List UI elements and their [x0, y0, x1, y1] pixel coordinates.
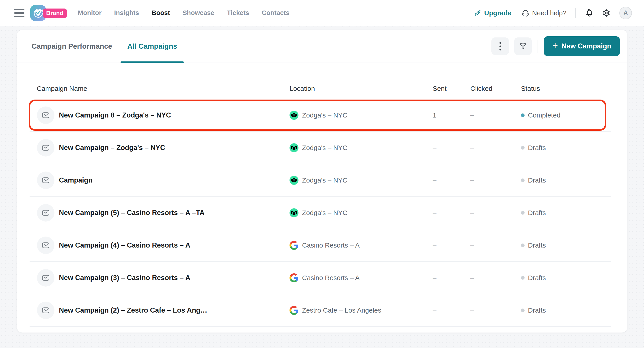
- status-dot: [521, 243, 524, 247]
- rocket-icon: [474, 9, 482, 17]
- status-label: Drafts: [528, 209, 546, 217]
- tripadvisor-icon: [290, 111, 298, 120]
- nav-item-label: Monitor: [78, 9, 102, 17]
- table-row[interactable]: New Campaign 8 – Zodga's – NYC: [30, 99, 611, 132]
- nav-item-label: Tickets: [227, 9, 249, 17]
- header-divider: [576, 8, 576, 18]
- nav-item-label: Boost: [152, 9, 170, 17]
- table-body: New Campaign 8 – Zodga's – NYC: [30, 99, 611, 327]
- sent-cell: –: [433, 176, 470, 184]
- nav-item-label: Insights: [114, 9, 139, 17]
- toolbar-divider: [538, 40, 538, 53]
- clicked-cell: –: [470, 111, 521, 119]
- platform-icon: [290, 241, 298, 250]
- table-row[interactable]: New Campaign (4) – Casino Resorts – A: [30, 229, 611, 262]
- status-cell: Drafts: [521, 209, 611, 217]
- headset-icon: [522, 9, 530, 17]
- status-dot: [521, 308, 524, 312]
- user-avatar[interactable]: A: [619, 7, 632, 19]
- filter-button[interactable]: [514, 38, 532, 55]
- new-campaign-button[interactable]: + New Campaign: [544, 36, 620, 56]
- nav-item-label: Showcase: [182, 9, 214, 17]
- status-dot: [521, 211, 524, 215]
- campaign-avatar: [37, 237, 54, 254]
- campaign-name: New Campaign 8 – Zodga's – NYC: [59, 111, 171, 119]
- status-dot: [521, 146, 524, 150]
- status-dot: [521, 114, 524, 117]
- need-help-label: Need help?: [532, 9, 566, 17]
- campaign-name-cell: New Campaign (2) – Zestro Cafe – Los Ang…: [30, 301, 290, 319]
- tab-all-campaigns[interactable]: All Campaigns: [120, 30, 184, 63]
- campaigns-table: Campaign Name Location Sent Clicked Stat…: [30, 63, 611, 327]
- new-campaign-label: New Campaign: [562, 42, 611, 50]
- platform-icon: [290, 111, 298, 120]
- status-label: Drafts: [528, 144, 546, 152]
- sent-cell: –: [433, 306, 470, 314]
- sent-cell: 1: [433, 111, 470, 119]
- more-options-button[interactable]: [492, 38, 509, 55]
- status-cell: Drafts: [521, 241, 611, 249]
- location-cell: Zestro Cafe – Los Angeles: [290, 306, 433, 315]
- campaign-name-cell: New Campaign (4) – Casino Resorts – A: [30, 237, 290, 254]
- location-label: Casino Resorts – A: [302, 274, 360, 282]
- toolbar-actions: + New Campaign: [492, 36, 620, 56]
- table-row[interactable]: New Campaign (3) – Casino Resorts – A: [30, 262, 611, 294]
- campaign-avatar: [37, 172, 54, 189]
- status-label: Drafts: [528, 241, 546, 249]
- tab-campaign-performance[interactable]: Campaign Performance: [25, 30, 119, 63]
- campaign-avatar: [37, 139, 54, 157]
- table-row[interactable]: New Campaign – Zodga's – NYC: [30, 132, 611, 164]
- status-cell: Completed: [521, 111, 611, 119]
- nav-item[interactable]: Contacts: [262, 9, 290, 17]
- campaigns-card: Campaign Performance All Campaigns + New…: [17, 30, 628, 332]
- location-label: Zodga's – NYC: [302, 209, 348, 217]
- status-label: Drafts: [528, 176, 546, 184]
- campaign-name: Campaign: [59, 176, 92, 184]
- nav-item[interactable]: Monitor: [78, 9, 102, 17]
- location-cell: Zodga's – NYC: [290, 111, 433, 120]
- location-label: Zodga's – NYC: [302, 111, 348, 119]
- column-status: Status: [521, 85, 611, 92]
- table-row[interactable]: Campaign: [30, 164, 611, 197]
- google-icon: [290, 306, 298, 315]
- tripadvisor-icon: [290, 143, 298, 152]
- envelope-icon: [41, 176, 50, 185]
- top-nav: Brand Monitor Insights: [0, 0, 644, 26]
- status-cell: Drafts: [521, 176, 611, 184]
- status-cell: Drafts: [521, 144, 611, 152]
- nav-right-cluster: Upgrade Need help?: [474, 7, 632, 19]
- status-cell: Drafts: [521, 306, 611, 314]
- platform-icon: [290, 273, 298, 282]
- settings-gear-icon[interactable]: [602, 9, 611, 18]
- envelope-icon: [41, 306, 50, 315]
- funnel-icon: [519, 42, 527, 51]
- nav-item[interactable]: Showcase: [182, 9, 214, 17]
- column-sent: Sent: [433, 85, 470, 92]
- upgrade-label: Upgrade: [484, 9, 512, 17]
- clicked-cell: –: [470, 176, 521, 184]
- campaign-name: New Campaign (2) – Zestro Cafe – Los Ang…: [59, 306, 207, 314]
- nav-item[interactable]: Insights: [114, 9, 139, 17]
- upgrade-link[interactable]: Upgrade: [474, 9, 512, 17]
- avatar-initial: A: [624, 10, 628, 16]
- envelope-icon: [41, 143, 50, 152]
- nav-item[interactable]: Tickets: [227, 9, 249, 17]
- campaign-name-cell: Campaign: [30, 172, 290, 189]
- notifications-bell-icon[interactable]: [585, 9, 594, 18]
- hamburger-menu-icon[interactable]: [14, 9, 24, 17]
- sent-cell: –: [433, 274, 470, 282]
- campaign-name-cell: New Campaign 8 – Zodga's – NYC: [30, 107, 290, 124]
- table-row[interactable]: New Campaign (5) – Casino Resorts – A –T…: [30, 197, 611, 229]
- sent-cell: –: [433, 144, 470, 152]
- brand-logo[interactable]: Brand: [30, 5, 66, 21]
- nav-item[interactable]: Boost: [152, 9, 170, 17]
- status-dot: [521, 178, 524, 182]
- campaigns-toolbar: Campaign Performance All Campaigns + New…: [17, 30, 628, 63]
- google-icon: [290, 241, 298, 250]
- campaign-name-cell: New Campaign (5) – Casino Resorts – A –T…: [30, 204, 290, 222]
- sent-cell: –: [433, 209, 470, 217]
- campaign-name-cell: New Campaign – Zodga's – NYC: [30, 139, 290, 157]
- table-row[interactable]: New Campaign (2) – Zestro Cafe – Los Ang…: [30, 294, 611, 327]
- need-help-link[interactable]: Need help?: [522, 9, 566, 17]
- tripadvisor-icon: [290, 176, 298, 185]
